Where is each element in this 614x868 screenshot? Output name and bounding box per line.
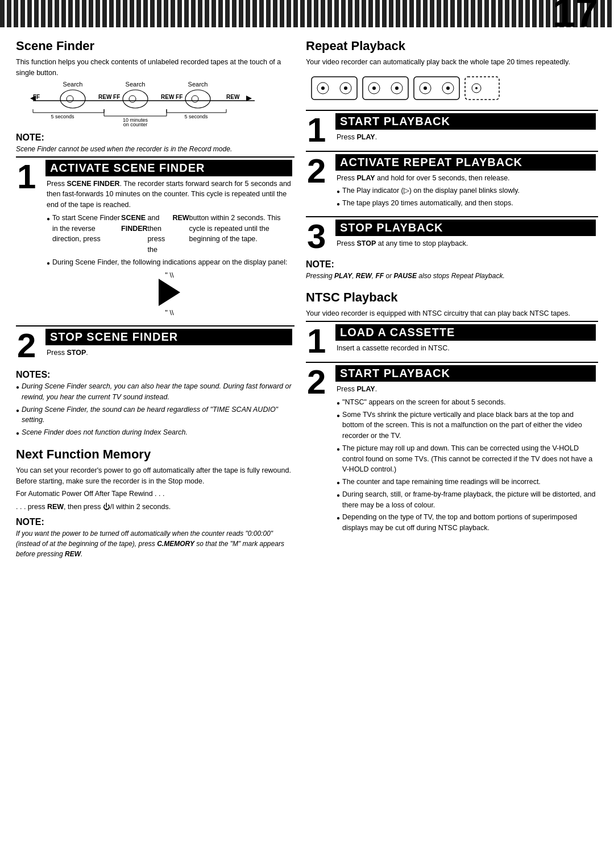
step2-body: Press STOP. — [45, 348, 292, 358]
svg-point-42 — [424, 86, 427, 90]
svg-point-43 — [446, 86, 450, 90]
rp-step3-header: STOP PLAYBACK — [335, 220, 596, 236]
ntsc-step2-content: START PLAYBACK Press PLAY. "NTSC" appear… — [335, 363, 598, 539]
ntsc-step1-number: 1 — [306, 322, 335, 359]
rp-step1-body: Press PLAY. — [335, 132, 596, 143]
diagram-svg: Search Search Search FF REW FF REW FF RE… — [16, 81, 266, 126]
repeat-playback-intro: Your video recorder can automatically pl… — [306, 57, 598, 68]
scene-finder-diagram: Search Search Search FF REW FF REW FF RE… — [16, 81, 294, 128]
rp-step2: 2 ACTIVATE REPEAT PLAYBACK Press PLAY an… — [306, 151, 598, 214]
notes-section: NOTES: During Scene Finder search, you c… — [16, 370, 294, 438]
rp-step2-bullet1: The Play indicator (▷) on the display pa… — [337, 185, 596, 196]
ntsc-bullet2: Some TVs shrink the picture vertically a… — [337, 410, 596, 441]
step1-body: Press SCENE FINDER. The recorder starts … — [45, 179, 292, 317]
ntsc-bullet5: During search, still, or frame-by-frame … — [337, 489, 596, 511]
page-number: 17 — [553, 0, 598, 33]
next-function-title: Next Function Memory — [16, 447, 294, 462]
play-indicator-display: " \\ " \\ — [47, 271, 292, 317]
notes-bullet3: Scene Finder does not function during In… — [16, 427, 294, 438]
ntsc-step1-body: Insert a cassette recorded in NTSC. — [335, 343, 596, 354]
rp-step1: 1 START PLAYBACK Press PLAY. — [306, 110, 598, 148]
ntsc-step2: 2 START PLAYBACK Press PLAY. "NTSC" appe… — [306, 362, 598, 539]
repeat-playback-title: Repeat Playback — [306, 39, 598, 53]
header-bar: 17 — [0, 0, 614, 27]
rp-step3-body: Press STOP at any time to stop playback. — [335, 238, 596, 249]
ntsc-step1-text: Insert a cassette recorded in NTSC. — [337, 343, 596, 354]
rp-note-text: Pressing PLAY, REW, FF or PAUSE also sto… — [306, 271, 598, 281]
svg-point-33 — [344, 86, 347, 90]
rp-step3-text: Press STOP at any time to stop playback. — [337, 238, 596, 249]
ntsc-bullet3: The picture may roll up and down. This c… — [337, 443, 596, 475]
svg-point-32 — [321, 86, 325, 90]
next-function-line1: For Automatic Power Off After Tape Rewin… — [16, 489, 294, 499]
step2-number: 2 — [16, 326, 45, 364]
ntsc-step2-body: Press PLAY. "NTSC" appears on the screen… — [335, 384, 596, 534]
svg-point-10 — [185, 90, 210, 108]
ntsc-bullet4: The counter and tape remaining time read… — [337, 477, 596, 487]
next-function-note-heading: NOTE: — [16, 517, 294, 527]
svg-point-11 — [67, 96, 73, 102]
ntsc-step1: 1 LOAD A CASSETTE Insert a cassette reco… — [306, 321, 598, 359]
right-column: Repeat Playback Your video recorder can … — [306, 33, 598, 561]
svg-rect-34 — [363, 77, 408, 100]
step2-text: Press STOP. — [47, 348, 292, 358]
activate-scene-finder-step: 1 ACTIVATE SCENE FINDER Press SCENE FIND… — [16, 156, 294, 324]
next-function-note-text: If you want the power to be turned off a… — [16, 528, 294, 559]
ntsc-step2-number: 2 — [306, 363, 335, 539]
step2-content: STOP SCENE FINDER Press STOP. — [45, 326, 294, 364]
ntsc-section: NTSC Playback Your video recorder is equ… — [306, 290, 598, 539]
svg-point-46 — [475, 87, 478, 89]
ntsc-step1-header: LOAD A CASSETTE — [335, 324, 596, 341]
svg-rect-39 — [414, 77, 459, 100]
svg-point-9 — [123, 90, 148, 108]
scene-finder-note-heading: NOTE: — [16, 133, 294, 143]
play-triangle-icon — [159, 279, 180, 306]
stop-scene-finder-step: 2 STOP SCENE FINDER Press STOP. — [16, 325, 294, 364]
scene-finder-title: Scene Finder — [16, 39, 294, 53]
svg-point-12 — [129, 96, 136, 102]
rp-step1-header: START PLAYBACK — [335, 113, 596, 130]
ntsc-bullet1: "NTSC" appears on the screen for about 5… — [337, 397, 596, 408]
svg-text:on counter: on counter — [123, 122, 148, 126]
step2-header: STOP SCENE FINDER — [45, 329, 292, 345]
rp-step2-body: Press PLAY and hold for over 5 seconds, … — [335, 173, 596, 209]
rp-step2-number: 2 — [306, 152, 335, 214]
rp-step2-bullet2: The tape plays 20 times automatically, a… — [337, 198, 596, 209]
main-content: Scene Finder This function helps you che… — [0, 27, 614, 573]
repeat-diagram-svg — [306, 72, 511, 104]
svg-text:REW: REW — [226, 94, 240, 100]
ntsc-bullet6: Depending on the type of TV, the top and… — [337, 512, 596, 534]
notes-heading: NOTES: — [16, 370, 294, 380]
svg-text:Search: Search — [126, 81, 146, 88]
scene-finder-note-text: Scene Finder cannot be used when the rec… — [16, 144, 294, 154]
next-function-line2: . . . press REW, then press ⏻/I within 2… — [16, 502, 294, 512]
svg-text:REW FF: REW FF — [161, 94, 182, 100]
rp-step1-number: 1 — [306, 111, 335, 148]
rp-note-heading: NOTE: — [306, 259, 598, 270]
ntsc-step1-content: LOAD A CASSETTE Insert a cassette record… — [335, 322, 598, 359]
step1-bullet1: To start Scene Finder in the reverse dir… — [47, 213, 292, 255]
svg-point-8 — [60, 90, 85, 108]
rp-step3-content: STOP PLAYBACK Press STOP at any time to … — [335, 217, 598, 255]
svg-text:5 seconds: 5 seconds — [184, 114, 208, 119]
svg-rect-29 — [312, 77, 357, 100]
rp-step1-content: START PLAYBACK Press PLAY. — [335, 111, 598, 148]
step1-bullet2: During Scene Finder, the following indic… — [47, 257, 292, 268]
rp-step2-header: ACTIVATE REPEAT PLAYBACK — [335, 154, 596, 171]
step1-header: ACTIVATE SCENE FINDER — [45, 160, 292, 176]
ntsc-step2-text: Press PLAY. — [337, 384, 596, 395]
svg-point-37 — [372, 86, 376, 90]
svg-text:Search: Search — [188, 81, 208, 88]
rp-step1-text: Press PLAY. — [337, 132, 596, 143]
left-column: Scene Finder This function helps you che… — [16, 33, 294, 561]
svg-point-38 — [395, 86, 399, 90]
svg-text:5 seconds: 5 seconds — [51, 114, 74, 119]
step1-number: 1 — [16, 158, 45, 324]
next-function-note: NOTE: If you want the power to be turned… — [16, 517, 294, 559]
rp-step2-content: ACTIVATE REPEAT PLAYBACK Press PLAY and … — [335, 152, 598, 214]
rp-step3: 3 STOP PLAYBACK Press STOP at any time t… — [306, 216, 598, 255]
svg-point-13 — [192, 96, 198, 102]
rp-step3-number: 3 — [306, 217, 335, 255]
repeat-playback-diagram — [306, 72, 598, 105]
step1-content: ACTIVATE SCENE FINDER Press SCENE FINDER… — [45, 158, 294, 324]
